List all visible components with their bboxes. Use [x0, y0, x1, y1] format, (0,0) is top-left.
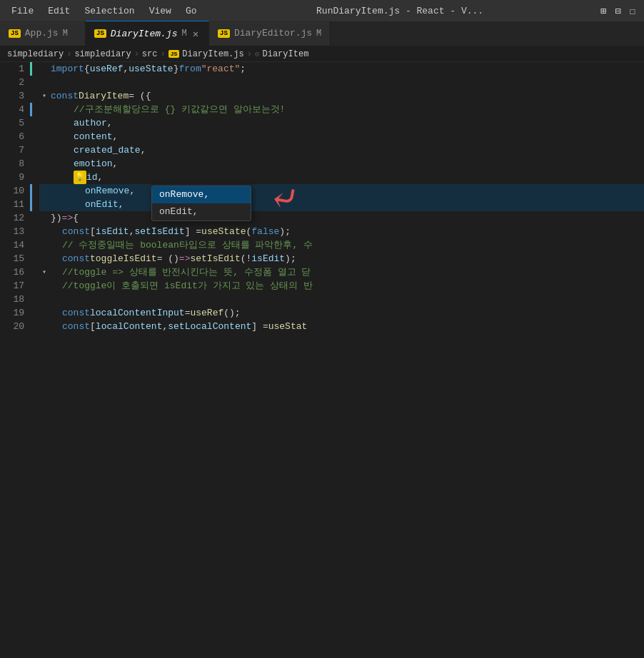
- tab-modified-diary-editor: M: [316, 29, 321, 39]
- line-4: //구조분해할당으로 {} 키값같으면 알아보는것!: [39, 103, 644, 116]
- window-minimize-btn[interactable]: ⊟: [612, 4, 623, 19]
- code-area[interactable]: 1 2 3 4 5 6 7 8 9 10 11 12 13 14 15 16 1…: [0, 62, 644, 658]
- line-19: const localContentInput = useRef();: [39, 306, 644, 320]
- tab-badge-diary-editor: JS: [218, 29, 230, 38]
- window-layout-btn[interactable]: ⊞: [598, 4, 609, 19]
- tab-modified-app: M: [63, 29, 68, 39]
- menu-selection[interactable]: Selection: [79, 4, 140, 18]
- menu-view[interactable]: View: [144, 4, 177, 18]
- line-12: }) => {: [39, 211, 644, 225]
- line-9: 💡id,: [39, 171, 644, 184]
- line-10: onRemove,: [39, 184, 644, 198]
- menu-file[interactable]: File: [6, 4, 39, 18]
- collapse-arrow-16[interactable]: ▾: [39, 265, 49, 279]
- line-3: ▾ const DiaryItem = ({: [39, 89, 644, 103]
- breadcrumb-js-badge: JS: [168, 50, 180, 58]
- line-17: //toggle이 호출되면 isEdit가 가지고 있는 상태의 반: [39, 279, 644, 293]
- menu-go[interactable]: Go: [180, 4, 203, 18]
- tab-close-diary-item[interactable]: ✕: [191, 28, 200, 40]
- menu-edit[interactable]: Edit: [42, 4, 76, 18]
- line-18: [39, 293, 644, 306]
- tab-name-diary-editor: DiaryEditor.js: [234, 28, 312, 39]
- breadcrumb-simplediary1[interactable]: simplediary: [7, 49, 64, 59]
- line-1: import { useRef, useState } from "react"…: [39, 62, 644, 76]
- breadcrumb-diaryitem-component[interactable]: DiaryItem: [263, 49, 309, 59]
- line-2: [39, 76, 644, 89]
- autocomplete-item-onremove[interactable]: onRemove,: [152, 186, 251, 203]
- autocomplete-dropdown[interactable]: onRemove, onEdit,: [151, 186, 251, 221]
- window-close-btn[interactable]: ☐: [627, 4, 638, 19]
- tab-app-js[interactable]: JS App.js M: [0, 21, 86, 46]
- autocomplete-item-onedit[interactable]: onEdit,: [152, 203, 251, 221]
- line-numbers: 1 2 3 4 5 6 7 8 9 10 11 12 13 14 15 16 1…: [0, 62, 30, 658]
- breadcrumb-simplediary2[interactable]: simplediary: [74, 49, 131, 59]
- breadcrumb-src[interactable]: src: [142, 49, 158, 59]
- line-11: onEdit,: [39, 198, 644, 211]
- menu-bar: File Edit Selection View Go RunDiaryItem…: [0, 0, 644, 21]
- line-7: created_date,: [39, 143, 644, 157]
- tab-badge-app: JS: [9, 29, 21, 38]
- lightbulb-icon[interactable]: 💡: [74, 171, 86, 184]
- line-14: // 수정중일때는 boolean타입으로 상태를 파악한후, 수: [39, 238, 644, 252]
- tab-name-app: App.js: [25, 28, 59, 39]
- breadcrumb-diaryitem-file[interactable]: DiaryItem.js: [182, 49, 243, 59]
- breadcrumb-component-icon: ⊙: [255, 49, 260, 59]
- tab-diary-editor-js[interactable]: JS DiaryEditor.js M: [209, 21, 331, 46]
- window-title: RunDiaryItem.js - React - V...: [205, 6, 594, 16]
- tab-badge-diary-item: JS: [94, 29, 106, 38]
- collapse-arrow-3[interactable]: ▾: [39, 89, 49, 103]
- line-20: const [localContent, setLocalContent] = …: [39, 320, 644, 333]
- line-6: content,: [39, 130, 644, 143]
- code-lines[interactable]: import { useRef, useState } from "react"…: [34, 62, 644, 658]
- line-5: author,: [39, 116, 644, 130]
- editor: 1 2 3 4 5 6 7 8 9 10 11 12 13 14 15 16 1…: [0, 62, 644, 658]
- tab-bar: JS App.js M JS DiaryItem.js M ✕ JS Diary…: [0, 21, 644, 46]
- line-16: ▾ //toggle => 상태를 반전시킨다는 뜻, 수정폼 열고 닫: [39, 265, 644, 279]
- line-13: const [isEdit, setIsEdit] = useState(fal…: [39, 225, 644, 238]
- window-controls: ⊞ ⊟ ☐: [598, 4, 638, 19]
- line-8: emotion,: [39, 157, 644, 171]
- breadcrumb: simplediary › simplediary › src › JS Dia…: [0, 46, 644, 62]
- line-15: const toggleIsEdit = () => setIsEdit(!is…: [39, 252, 644, 265]
- tab-name-diary-item: DiaryItem.js: [111, 29, 178, 39]
- tab-modified-diary-item: M: [181, 29, 186, 39]
- tab-diary-item-js[interactable]: JS DiaryItem.js M ✕: [86, 21, 209, 46]
